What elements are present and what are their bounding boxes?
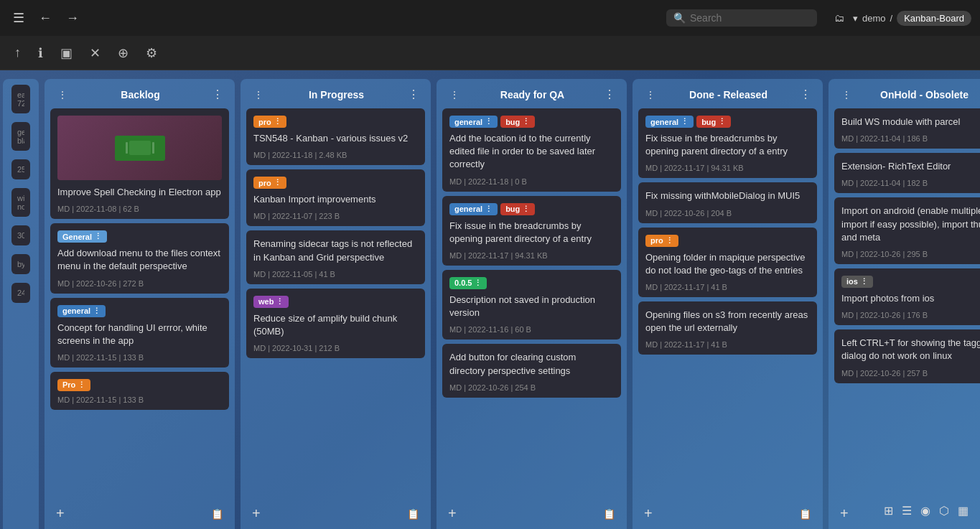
card-oh3[interactable]: Import on android (enable multiple impor… [834, 197, 980, 264]
tag-menu-icon[interactable]: ⋮ [274, 178, 281, 187]
tag-menu-icon[interactable]: ⋮ [718, 117, 726, 126]
partial-card-5[interactable]: by [11, 254, 30, 274]
tag-label: 0.0.5 [454, 278, 472, 287]
add-button[interactable]: ⊕ [115, 42, 131, 64]
tag-menu-icon[interactable]: ⋮ [681, 117, 689, 126]
tag-menu-icon[interactable]: ⋮ [276, 297, 284, 306]
tag-menu-icon[interactable]: ⋮ [860, 277, 868, 286]
tag-menu-icon[interactable]: ⋮ [666, 236, 673, 245]
card-tags: pro⋮ [645, 235, 810, 247]
card-rq4[interactable]: Add button for clearing custom directory… [442, 344, 621, 397]
col-add-button-backlog[interactable]: + [53, 504, 67, 523]
kanban-view-button[interactable]: ▦ [955, 501, 971, 520]
col-add-button-inprogress[interactable]: + [249, 504, 263, 523]
card-rq1[interactable]: general⋮bug⋮Add the location id to the c… [442, 108, 621, 192]
workspace-name: demo [862, 13, 886, 24]
card-rq3[interactable]: 0.0.5⋮Description not saved in productio… [442, 270, 621, 340]
tag-bug[interactable]: bug⋮ [500, 203, 535, 215]
card-ip1[interactable]: pro⋮TSN548 - Kanban - various issues v2M… [246, 108, 425, 165]
card-d4[interactable]: Opening files on s3 from recently areas … [638, 301, 817, 355]
card-ip4[interactable]: web⋮Reduce size of amplify build chunk (… [246, 289, 425, 358]
partial-card-2[interactable]: 252 B [11, 159, 30, 179]
col-note-button-readyqa[interactable]: 📋 [600, 507, 618, 521]
tag-general[interactable]: general⋮ [449, 203, 498, 215]
map-view-button[interactable]: ⬡ [936, 501, 952, 520]
card-b3[interactable]: general⋮Concept for handling UI errror, … [50, 298, 229, 368]
card-oh5[interactable]: Left CTRL+T for showing the tagging dial… [834, 329, 980, 383]
board-name-chip[interactable]: Kanban-Board [897, 11, 971, 26]
list-view-button[interactable]: ☰ [899, 501, 915, 520]
tag-menu-icon[interactable]: ⋮ [93, 306, 101, 316]
card-oh1[interactable]: Build WS module with parcelMD | 2022-11-… [834, 108, 980, 149]
info-button[interactable]: ℹ [35, 42, 46, 64]
folder-button[interactable]: ▣ [57, 42, 75, 64]
card-b4[interactable]: Pro⋮MD | 2022-11-15 | 133 B [50, 372, 229, 410]
card-d2[interactable]: Fix missing withMobileDialog in MUI5MD |… [638, 182, 817, 223]
tag-menu-icon[interactable]: ⋮ [485, 205, 493, 214]
col-backlog: ⋮Backlog⋮Improve Spell Checking in Elect… [45, 79, 235, 529]
tag-general[interactable]: general⋮ [645, 116, 694, 128]
col-menu-button-readyqa[interactable]: ⋮ [601, 86, 618, 103]
menu-button[interactable]: ☰ [9, 7, 29, 29]
tag-menu-icon[interactable]: ⋮ [94, 232, 102, 241]
tag-menu-icon[interactable]: ⋮ [522, 205, 530, 214]
card-ip3[interactable]: Renaming sidecar tags is not reflected i… [246, 230, 425, 284]
col-drag-handle[interactable]: ⋮ [837, 88, 856, 102]
tag-ios[interactable]: ios⋮ [841, 276, 873, 288]
tag-web[interactable]: web⋮ [253, 296, 289, 308]
col-drag-handle[interactable]: ⋮ [249, 88, 268, 102]
card-rq2[interactable]: general⋮bug⋮Fix issue in the breadcrumbs… [442, 196, 621, 266]
col-menu-button-backlog[interactable]: ⋮ [209, 86, 226, 103]
tag-menu-icon[interactable]: ⋮ [274, 117, 281, 126]
col-add-button-onhold[interactable]: + [837, 504, 851, 523]
tag-0-0-5[interactable]: 0.0.5⋮ [449, 277, 487, 289]
upload-button[interactable]: ↑ [11, 42, 24, 63]
col-done: ⋮Done - Released⋮general⋮bug⋮Fix issue i… [633, 79, 823, 529]
col-add-button-readyqa[interactable]: + [445, 504, 459, 523]
tag-bug[interactable]: bug⋮ [500, 116, 535, 128]
tag-menu-icon[interactable]: ⋮ [474, 278, 482, 288]
partial-card-3[interactable]: withnot [11, 188, 30, 217]
card-b1[interactable]: Improve Spell Checking in Electron appMD… [50, 108, 229, 219]
card-tags: Pro⋮ [57, 379, 222, 391]
globe-view-button[interactable]: ◉ [918, 501, 933, 520]
search-input[interactable] [690, 12, 810, 24]
col-add-button-done[interactable]: + [641, 504, 655, 523]
partial-card-4[interactable]: 308 B [11, 225, 30, 245]
back-button[interactable]: ← [34, 8, 56, 29]
workspace-save-button[interactable]: 🗂 [830, 9, 849, 27]
col-menu-button-done[interactable]: ⋮ [797, 86, 814, 103]
tag-menu-icon[interactable]: ⋮ [522, 117, 530, 126]
tag-pro[interactable]: pro⋮ [645, 235, 678, 247]
partial-card-1[interactable]: ge isblame [11, 122, 30, 151]
col-note-button-done[interactable]: 📋 [796, 507, 814, 521]
card-oh4[interactable]: ios⋮Import photos from iosMD | 2022-10-2… [834, 268, 980, 325]
partial-card-0[interactable]: ears72 KB [11, 85, 30, 113]
tag-menu-icon[interactable]: ⋮ [78, 380, 85, 390]
tag-bug[interactable]: bug⋮ [696, 116, 731, 128]
col-menu-button-inprogress[interactable]: ⋮ [405, 86, 422, 103]
tag-pro[interactable]: pro⋮ [253, 177, 286, 189]
col-note-button-backlog[interactable]: 📋 [208, 507, 226, 521]
card-title: Opening files on s3 from recently areas … [645, 309, 810, 334]
tag-pro[interactable]: Pro⋮ [57, 379, 90, 391]
card-b2[interactable]: General⋮Add download menu to the files c… [50, 223, 229, 293]
tag-general[interactable]: general⋮ [449, 116, 498, 128]
card-d3[interactable]: pro⋮Opening folder in mapique perspectiv… [638, 228, 817, 297]
card-d1[interactable]: general⋮bug⋮Fix issue in the breadcrumbs… [638, 108, 817, 178]
tag-pro[interactable]: pro⋮ [253, 116, 286, 128]
col-drag-handle[interactable]: ⋮ [445, 88, 464, 102]
card-oh2[interactable]: Extension- RichText EditorMD | 2022-11-0… [834, 153, 980, 193]
settings-button[interactable]: ⚙ [143, 42, 160, 64]
grid-view-button[interactable]: ⊞ [881, 501, 896, 520]
tag-menu-icon[interactable]: ⋮ [485, 117, 493, 126]
tag-general-light[interactable]: General⋮ [57, 230, 107, 243]
col-note-button-inprogress[interactable]: 📋 [404, 507, 422, 521]
partial-card-6[interactable]: 242 B [11, 283, 30, 303]
delete-button[interactable]: ✕ [87, 42, 103, 64]
forward-button[interactable]: → [62, 8, 83, 29]
card-ip2[interactable]: pro⋮Kanban Import improvementsMD | 2022-… [246, 169, 425, 226]
col-drag-handle[interactable]: ⋮ [53, 88, 72, 102]
col-drag-handle[interactable]: ⋮ [641, 88, 660, 102]
tag-general[interactable]: general⋮ [57, 305, 106, 317]
